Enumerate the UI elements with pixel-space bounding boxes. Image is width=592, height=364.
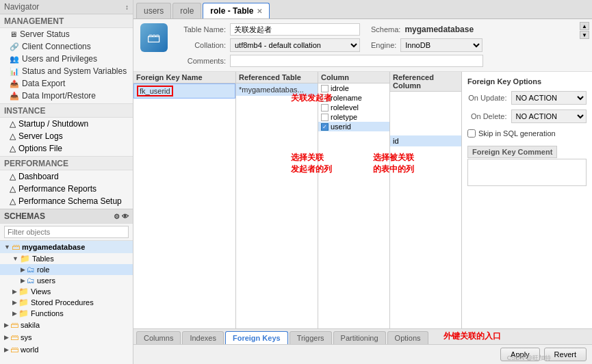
tree-item-role[interactable]: ▶ 🗂 role <box>0 264 133 275</box>
comments-input[interactable] <box>230 55 483 67</box>
col-row-rolelevel[interactable]: rolelevel <box>318 103 389 112</box>
ref-column-panel: Referenced Column id <box>390 72 462 328</box>
fk-comment-label: Foreign Key Comment <box>467 146 557 158</box>
action-bar: Apply Revert CSDN @旺加特 <box>133 344 592 364</box>
on-delete-select[interactable]: NO ACTION <box>511 109 587 123</box>
fk-empty-row[interactable] <box>133 99 235 328</box>
ref-table-header: Referenced Table <box>236 72 318 83</box>
tree-item-world[interactable]: ▶ 🗃 world <box>0 343 133 356</box>
table-name-label: Table Name: <box>175 25 226 34</box>
fk-options-title: Foreign Key Options <box>467 77 587 86</box>
schema-value: mygamedatabase <box>404 25 474 34</box>
bottom-tab-foreign-keys[interactable]: Foreign Keys <box>225 331 288 344</box>
engine-select[interactable]: InnoDB <box>400 38 482 52</box>
ref-column-header: Referenced Column <box>390 72 461 92</box>
on-delete-label: On Delete: <box>467 112 507 120</box>
fk-row-fk-userid[interactable]: fk_userid <box>133 83 235 99</box>
col-checkbox-idrole[interactable] <box>321 85 329 92</box>
fk-options-panel: Foreign Key Options On Update: NO ACTION… <box>462 72 592 328</box>
nav-item-dashboard[interactable]: △ Dashboard <box>0 170 133 183</box>
col-checkbox-userid[interactable]: ✓ <box>321 123 329 131</box>
nav-item-server-status[interactable]: 🖥 Server Status <box>0 28 133 40</box>
fk-name-header: Foreign Key Name <box>133 72 235 83</box>
engine-label: Engine: <box>371 41 396 49</box>
tree-item-functions[interactable]: ▶ 📁 Functions <box>0 308 133 319</box>
nav-item-startup[interactable]: △ Startup / Shutdown <box>0 118 133 130</box>
ref-table-value: *mygamedatabas... <box>239 86 304 94</box>
main-content: users role role - Table ✕ 🗃 Table Name: … <box>133 0 592 364</box>
fk-editor-area: Foreign Key Name fk_userid Referenced Ta… <box>133 72 592 328</box>
nav-item-options-file[interactable]: △ Options File <box>0 142 133 155</box>
bottom-tab-partitioning[interactable]: Partitioning <box>333 331 386 344</box>
nav-item-client-connections[interactable]: 🔗 Client Connections <box>0 40 133 53</box>
collation-select[interactable]: utf8mb4 - default collation <box>230 38 360 52</box>
col-row-rolename[interactable]: rolename <box>318 93 389 103</box>
col-checkbox-rolelevel[interactable] <box>321 104 329 112</box>
watermark: CSDN @旺加特 <box>507 354 551 363</box>
col-name-idrole: idrole <box>331 84 349 92</box>
instance-section-title: INSTANCE <box>0 103 133 118</box>
bottom-tab-options[interactable]: Options <box>387 331 428 344</box>
tab-users[interactable]: users <box>136 3 171 18</box>
tab-role-table[interactable]: role - Table ✕ <box>203 3 270 18</box>
bottom-tab-columns[interactable]: Columns <box>136 331 181 344</box>
scroll-up-btn[interactable]: ▲ <box>580 22 589 30</box>
table-icon: 🗃 <box>140 23 168 52</box>
tree-item-stored-procedures[interactable]: ▶ 📁 Stored Procedures <box>0 297 133 308</box>
ref-table-column: Referenced Table *mygamedatabas... <box>236 72 318 328</box>
nav-item-users-privileges[interactable]: 👥 Users and Privileges <box>0 53 133 65</box>
schema-label: Schema: <box>371 25 400 34</box>
tree-item-tables[interactable]: ▼ 📁 Tables <box>0 253 133 264</box>
tree-item-sys[interactable]: ▶ 🗃 sys <box>0 331 133 343</box>
filter-input[interactable] <box>4 226 129 238</box>
col-row-userid[interactable]: ✓ userid <box>318 122 389 131</box>
ref-table-value-row[interactable]: *mygamedatabas... <box>236 83 318 96</box>
col-name-roletype: roletype <box>331 113 357 121</box>
col-checkbox-roletype[interactable] <box>321 114 329 121</box>
collation-label: Collation: <box>175 41 226 49</box>
column-header: Column <box>318 72 389 83</box>
bottom-tab-triggers[interactable]: Triggers <box>289 331 332 344</box>
tree-item-sakila[interactable]: ▶ 🗃 sakila <box>0 319 133 331</box>
skip-sql-label: Skip in SQL generation <box>478 129 556 138</box>
skip-sql-checkbox[interactable] <box>467 129 476 138</box>
on-update-select[interactable]: NO ACTION <box>511 91 587 105</box>
nav-item-perf-schema-setup[interactable]: △ Performance Schema Setup <box>0 195 133 207</box>
fk-name-column: Foreign Key Name fk_userid <box>133 72 236 328</box>
fk-comment-box[interactable] <box>467 159 587 186</box>
performance-section-title: PERFORMANCE <box>0 156 133 170</box>
nav-item-status-variables[interactable]: 📊 Status and System Variables <box>0 65 133 77</box>
navigator-header: Navigator ↕ <box>0 0 133 14</box>
table-name-input[interactable] <box>230 23 360 36</box>
nav-item-data-import[interactable]: 📥 Data Import/Restore <box>0 90 133 102</box>
tree-item-users[interactable]: ▶ 🗂 users <box>0 275 133 286</box>
ref-col-id-value: id <box>393 137 399 145</box>
nav-item-data-export[interactable]: 📤 Data Export <box>0 77 133 90</box>
nav-item-server-logs[interactable]: △ Server Logs <box>0 130 133 142</box>
tab-bar: users role role - Table ✕ <box>133 0 592 19</box>
fk-name-value: fk_userid <box>137 86 173 96</box>
scroll-down-btn[interactable]: ▼ <box>580 31 589 39</box>
col-row-idrole[interactable]: idrole <box>318 83 389 93</box>
column-panel: Column idrole rolename rolelevel roletyp… <box>318 72 390 328</box>
nav-item-performance-reports[interactable]: △ Performance Reports <box>0 183 133 195</box>
ref-col-id-row[interactable]: id <box>390 135 461 146</box>
annotation-fk-entry: 外键关联的入口 <box>443 330 501 344</box>
tab-role[interactable]: role <box>172 3 201 18</box>
col-name-rolelevel: rolelevel <box>331 103 359 112</box>
on-update-label: On Update: <box>467 94 507 102</box>
management-section-title: MANAGEMENT <box>0 14 133 28</box>
schema-tree: ▼ 🗃 mygamedatabase ▼ 📁 Tables ▶ 🗂 role ▶… <box>0 241 133 364</box>
col-row-roletype[interactable]: roletype <box>318 112 389 122</box>
close-tab-icon[interactable]: ✕ <box>257 8 262 15</box>
comments-label: Comments: <box>175 57 226 65</box>
schemas-section-header: SCHEMAS ⚙ 👁 <box>0 209 133 224</box>
col-name-userid: userid <box>331 122 351 131</box>
col-name-rolename: rolename <box>331 94 362 102</box>
tree-item-views[interactable]: ▶ 📁 Views <box>0 286 133 297</box>
filter-box <box>0 224 133 241</box>
bottom-tab-indexes[interactable]: Indexes <box>182 331 224 344</box>
navigator-panel: Navigator ↕ MANAGEMENT 🖥 Server Status 🔗… <box>0 0 133 364</box>
col-checkbox-rolename[interactable] <box>321 94 329 102</box>
tree-item-mygamedatabase[interactable]: ▼ 🗃 mygamedatabase <box>0 241 133 253</box>
